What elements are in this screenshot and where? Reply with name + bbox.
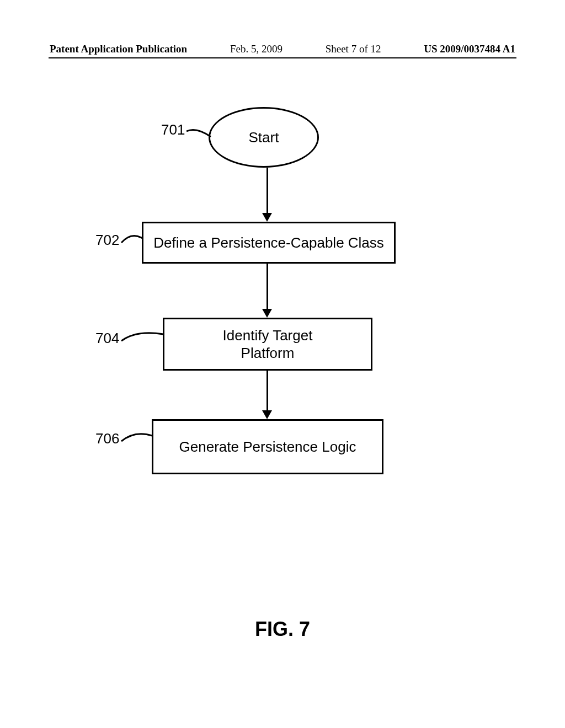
step-702-label: Define a Persistence-Capable Class (153, 234, 384, 252)
arrowhead-704 (262, 309, 272, 318)
flowchart-step-706: Generate Persistence Logic (152, 419, 383, 474)
lead-line-702 (120, 231, 143, 245)
step-704-label: Identify Target Platform (223, 326, 313, 362)
flowchart-step-704: Identify Target Platform (163, 318, 372, 371)
flowchart-step-702: Define a Persistence-Capable Class (142, 222, 396, 264)
ref-706: 706 (95, 430, 119, 447)
ref-704: 704 (95, 330, 119, 347)
ref-701: 701 (161, 121, 185, 138)
figure-title: FIG. 7 (0, 618, 565, 641)
arrow-702-704 (266, 264, 268, 310)
lead-line-704 (120, 329, 164, 343)
lead-line-701 (185, 126, 212, 139)
arrowhead-706 (262, 410, 272, 419)
flowchart-start-node: Start (209, 107, 319, 168)
arrow-701-702 (266, 168, 268, 214)
arrowhead-702 (262, 213, 272, 222)
arrow-704-706 (266, 371, 268, 411)
step-706-label: Generate Persistence Logic (179, 438, 356, 456)
ref-702: 702 (95, 232, 119, 249)
start-label: Start (249, 129, 279, 146)
lead-line-706 (120, 429, 153, 443)
